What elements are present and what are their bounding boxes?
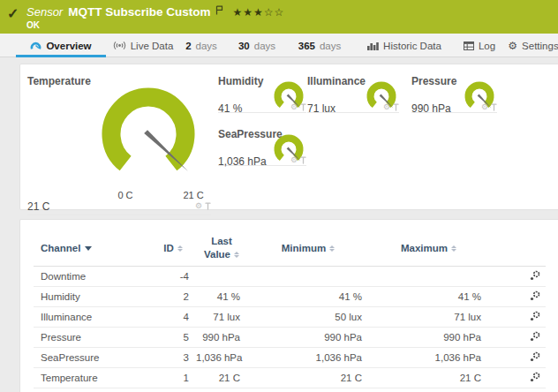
sort-icon — [177, 245, 183, 252]
tab-365-days[interactable]: 365 days — [291, 34, 348, 57]
channel-settings-icon[interactable] — [530, 270, 540, 281]
channel-gear-icon[interactable]: ⚙ — [383, 103, 390, 111]
minimum-cell — [247, 266, 369, 286]
tile-divider — [27, 215, 211, 215]
pin-icon[interactable] — [491, 103, 497, 111]
last-value-cell: 71 lux — [196, 306, 247, 327]
table-row: SeaPressure 3 1,036 hPa 1,036 hPa 1,036 … — [34, 347, 546, 367]
channel-name-cell: Humidity — [34, 286, 150, 306]
last-value-cell: 990 hPa — [196, 327, 247, 347]
table-row: Illuminance 4 71 lux 50 lux 71 lux — [34, 306, 546, 327]
channel-settings-icon[interactable] — [530, 290, 540, 301]
maximum-cell: 71 lux — [369, 306, 488, 327]
gauge-title: Humidity — [218, 75, 263, 87]
priority-flag-icon[interactable] — [215, 5, 223, 15]
column-header-id[interactable]: ID — [150, 230, 196, 266]
channel-table: Channel ID Last Value Minimum Maximum — [34, 230, 546, 388]
minimum-cell: 990 hPa — [247, 327, 369, 347]
column-header-maximum[interactable]: Maximum — [369, 230, 488, 266]
column-header-minimum[interactable]: Minimum — [247, 230, 369, 266]
gauge-tile-illuminance[interactable]: Illuminance 71 lux ⚙ — [307, 72, 399, 113]
tab-bar: Overview Live Data 2 days 30 days 365 da… — [0, 34, 558, 57]
channel-id-cell: 2 — [150, 286, 196, 306]
bar-chart-icon — [367, 41, 379, 50]
tab-overview[interactable]: Overview — [16, 34, 106, 57]
channel-table-panel: Channel ID Last Value Minimum Maximum — [19, 219, 558, 392]
temperature-gauge — [102, 87, 195, 179]
channel-name-cell: Temperature — [34, 367, 150, 388]
pin-icon[interactable] — [205, 202, 211, 210]
minimum-cell: 1,036 hPa — [247, 347, 369, 367]
gauge-max-label: 21 C — [176, 190, 211, 200]
last-value-cell: 1,036 hPa — [196, 347, 247, 367]
status-badge: OK — [26, 20, 40, 30]
channel-settings-icon[interactable] — [530, 372, 540, 382]
gauge-value: 990 hPa — [411, 102, 451, 115]
minimum-cell: 41 % — [247, 286, 369, 306]
gauge-title: Illuminance — [307, 75, 366, 87]
channel-gear-icon[interactable]: ⚙ — [195, 202, 202, 210]
tab-30-days[interactable]: 30 days — [231, 34, 283, 57]
gauge-value: 41 % — [218, 102, 242, 115]
minimum-cell: 21 C — [247, 367, 369, 388]
tab-settings[interactable]: ⚙ Settings — [505, 34, 558, 57]
gauge-title: Pressure — [411, 75, 456, 87]
gauge-tile-seapressure[interactable]: SeaPressure 1,036 hPa ⚙ — [218, 124, 306, 166]
channel-id-cell: 5 — [150, 327, 196, 347]
tab-2-days[interactable]: 2 days — [178, 34, 224, 57]
gauge-title: Temperature — [27, 75, 91, 87]
channel-id-cell: 1 — [150, 367, 196, 388]
channel-id-cell: -4 — [150, 266, 196, 286]
channel-gear-icon[interactable]: ⚙ — [481, 103, 488, 111]
page-title: MQTT Subscribe Custom — [68, 5, 210, 19]
table-row: Humidity 2 41 % 41 % 41 % — [34, 286, 546, 306]
maximum-cell — [369, 266, 488, 286]
gauge-tile-temperature[interactable]: Temperature 0 C 21 C 21 C ⚙ — [27, 72, 211, 206]
column-header-actions — [488, 230, 546, 266]
rating-stars[interactable]: ★★★☆☆ — [232, 6, 284, 19]
tab-historic-data[interactable]: Historic Data — [364, 34, 445, 57]
channel-id-cell: 4 — [150, 306, 196, 327]
pin-icon[interactable] — [393, 103, 399, 111]
table-row: Temperature 1 21 C 21 C 21 C — [34, 367, 546, 388]
tab-log[interactable]: Log — [459, 34, 500, 57]
channel-table-body: Downtime -4 Humidity 2 41 % 41 % 41 % Il… — [34, 266, 546, 388]
channel-gear-icon[interactable]: ⚙ — [290, 103, 298, 111]
gauge-value: 1,036 hPa — [218, 155, 267, 168]
last-value-cell: 21 C — [196, 367, 247, 388]
channel-settings-icon[interactable] — [530, 331, 540, 342]
sensor-banner: ✓ Sensor MQTT Subscribe Custom ★★★☆☆ OK — [0, 0, 558, 34]
gauge-value: 21 C — [27, 200, 49, 213]
gauge-value: 71 lux — [307, 102, 336, 115]
maximum-cell: 21 C — [369, 367, 488, 388]
channel-settings-icon[interactable] — [530, 311, 540, 321]
sort-icon — [329, 245, 335, 252]
maximum-cell: 990 hPa — [369, 327, 488, 347]
gauge-tile-pressure[interactable]: Pressure 990 hPa ⚙ — [411, 72, 497, 113]
channel-name-cell: Pressure — [34, 327, 150, 347]
minimum-cell: 50 lux — [247, 306, 369, 327]
gauge-min-label: 0 C — [110, 190, 140, 200]
channel-settings-icon[interactable] — [530, 351, 540, 362]
antenna-icon — [113, 41, 126, 50]
maximum-cell: 41 % — [369, 286, 488, 306]
gauges-panel: Temperature 0 C 21 C 21 C ⚙ Humidity 41 … — [19, 64, 558, 210]
table-row: Pressure 5 990 hPa 990 hPa 990 hPa — [34, 327, 546, 347]
last-value-cell — [196, 266, 247, 286]
channel-gear-icon[interactable]: ⚙ — [290, 156, 298, 164]
pin-icon[interactable] — [300, 156, 306, 164]
table-row: Downtime -4 — [34, 266, 546, 286]
column-header-channel[interactable]: Channel — [34, 230, 150, 266]
sort-icon — [234, 252, 239, 258]
ok-check-icon: ✓ — [7, 5, 19, 22]
column-header-last-value[interactable]: Last Value — [196, 230, 247, 266]
channel-id-cell: 3 — [150, 347, 196, 367]
sort-icon — [451, 245, 456, 252]
gauge-tile-humidity[interactable]: Humidity 41 % ⚙ — [218, 72, 306, 113]
maximum-cell: 1,036 hPa — [369, 347, 488, 367]
table-icon — [464, 41, 474, 50]
pin-icon[interactable] — [300, 103, 306, 111]
object-kind-label: Sensor — [26, 5, 63, 19]
tab-live-data[interactable]: Live Data — [108, 34, 178, 57]
gear-icon: ⚙ — [508, 41, 517, 51]
